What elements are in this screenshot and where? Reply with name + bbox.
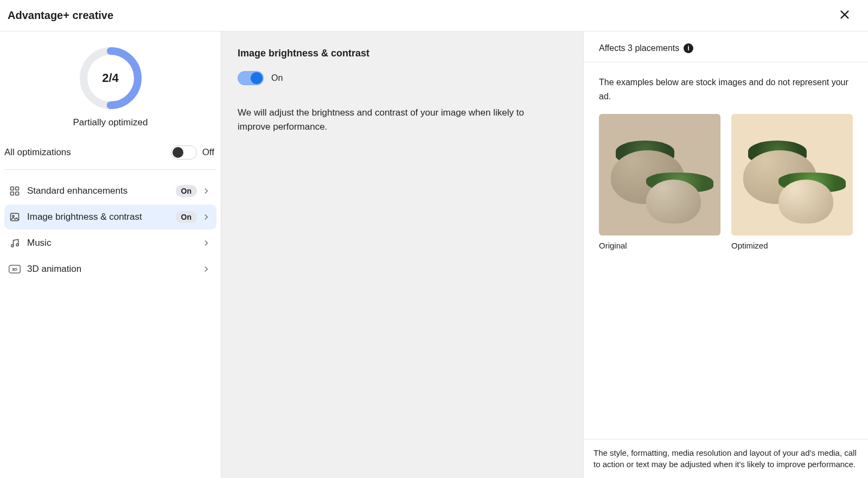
preview-panel: Affects 3 placements i The examples belo… <box>583 31 868 478</box>
state-pill: On <box>176 211 197 223</box>
main-panel: Image brightness & contrast On We will a… <box>221 31 583 478</box>
example-original-image <box>599 114 720 235</box>
header: Advantage+ creative <box>0 0 868 31</box>
chevron-right-icon <box>202 213 210 221</box>
progress-donut: 2/4 <box>78 46 143 111</box>
chevron-right-icon <box>202 187 210 195</box>
svg-rect-5 <box>16 187 19 190</box>
example-optimized-caption: Optimized <box>731 241 853 250</box>
example-optimized: Optimized <box>731 114 853 250</box>
sidebar: 2/4 Partially optimized All optimization… <box>0 31 221 478</box>
state-pill: On <box>176 185 197 197</box>
svg-text:3D: 3D <box>12 267 17 272</box>
sidebar-item-label: Standard enhancements <box>27 186 127 196</box>
progress-fraction: 2/4 <box>78 46 143 111</box>
image-icon <box>9 211 21 223</box>
svg-point-11 <box>16 244 18 246</box>
sidebar-item-image-brightness-contrast[interactable]: Image brightness & contrast On <box>4 205 216 230</box>
chevron-right-icon <box>202 239 210 247</box>
feature-description: We will adjust the brightness and contra… <box>238 106 541 133</box>
feature-toggle[interactable] <box>238 71 264 85</box>
svg-rect-4 <box>11 187 14 190</box>
feature-toggle-state: On <box>271 73 283 83</box>
main-title: Image brightness & contrast <box>238 48 567 59</box>
svg-point-9 <box>12 215 14 217</box>
progress-indicator: 2/4 Partially optimized <box>4 46 216 128</box>
preview-footer-note: The style, formatting, media resolution … <box>584 439 868 479</box>
svg-point-10 <box>11 245 14 247</box>
affects-placements-label: Affects 3 placements <box>599 43 679 53</box>
page-title: Advantage+ creative <box>8 9 113 22</box>
preview-disclaimer: The examples below are stock images and … <box>599 75 853 103</box>
sidebar-item-label: Image brightness & contrast <box>27 212 142 222</box>
music-icon <box>9 237 21 249</box>
example-original-caption: Original <box>599 241 720 250</box>
close-icon <box>839 9 851 22</box>
sidebar-item-label: Music <box>27 238 51 248</box>
progress-label: Partially optimized <box>73 117 148 128</box>
all-optimizations-state: Off <box>202 147 214 158</box>
sidebar-item-music[interactable]: Music <box>4 231 216 256</box>
all-optimizations-label: All optimizations <box>4 147 71 158</box>
examples-row: Original Optimized <box>599 114 853 250</box>
all-optimizations-row: All optimizations Off <box>4 140 216 170</box>
grid-icon <box>9 185 21 197</box>
sidebar-item-label: 3D animation <box>27 264 81 275</box>
preview-header: Affects 3 placements i <box>584 31 868 62</box>
options-list: Standard enhancements On Image brightnes… <box>4 179 216 282</box>
svg-rect-6 <box>11 192 14 195</box>
chevron-right-icon <box>202 265 210 273</box>
example-optimized-image <box>731 114 853 235</box>
sidebar-item-3d-animation[interactable]: 3D 3D animation <box>4 257 216 282</box>
svg-rect-8 <box>11 213 19 220</box>
svg-rect-7 <box>16 192 19 195</box>
3d-icon: 3D <box>9 263 21 275</box>
sidebar-item-standard-enhancements[interactable]: Standard enhancements On <box>4 179 216 203</box>
close-button[interactable] <box>837 7 853 24</box>
example-original: Original <box>599 114 720 250</box>
all-optimizations-toggle[interactable] <box>171 145 197 160</box>
info-icon[interactable]: i <box>684 43 693 53</box>
